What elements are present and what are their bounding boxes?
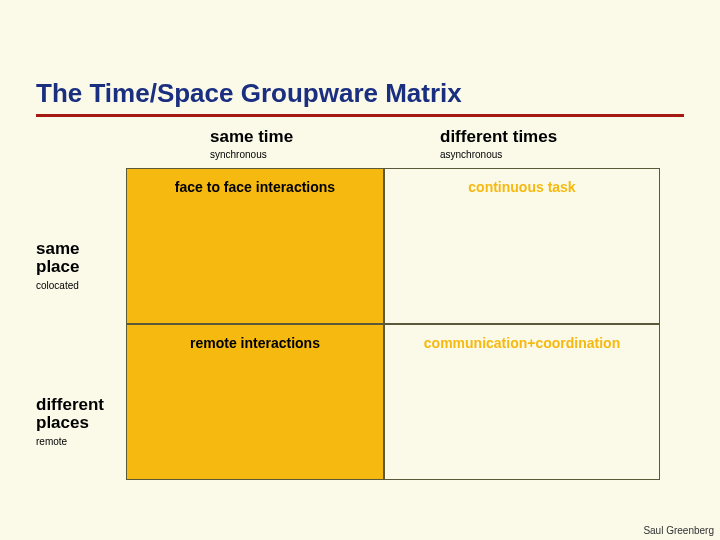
title-underline <box>36 114 684 117</box>
column-header-main: same time <box>210 128 293 147</box>
column-header-sub: asynchronous <box>440 149 557 160</box>
cell-same-time-different-places: remote interactions <box>126 324 384 480</box>
cell-different-times-same-place: continuous task <box>384 168 660 324</box>
row-header-sub: colocated <box>36 280 79 291</box>
column-header-sub: synchronous <box>210 149 293 160</box>
row-header-main-line2: place <box>36 258 79 276</box>
row-header-main-line1: same <box>36 240 79 258</box>
cell-different-times-different-places: communication+coordination <box>384 324 660 480</box>
row-header-main-line1: different <box>36 396 104 414</box>
slide-title: The Time/Space Groupware Matrix <box>36 78 462 109</box>
column-header-main: different times <box>440 128 557 147</box>
column-header-same-time: same time synchronous <box>210 128 293 160</box>
row-header-different-places: different places remote <box>36 396 104 447</box>
row-header-same-place: same place colocated <box>36 240 79 291</box>
credit: Saul Greenberg <box>643 525 714 536</box>
row-header-main-line2: places <box>36 414 104 432</box>
column-header-different-times: different times asynchronous <box>440 128 557 160</box>
row-header-sub: remote <box>36 436 104 447</box>
cell-same-time-same-place: face to face interactions <box>126 168 384 324</box>
